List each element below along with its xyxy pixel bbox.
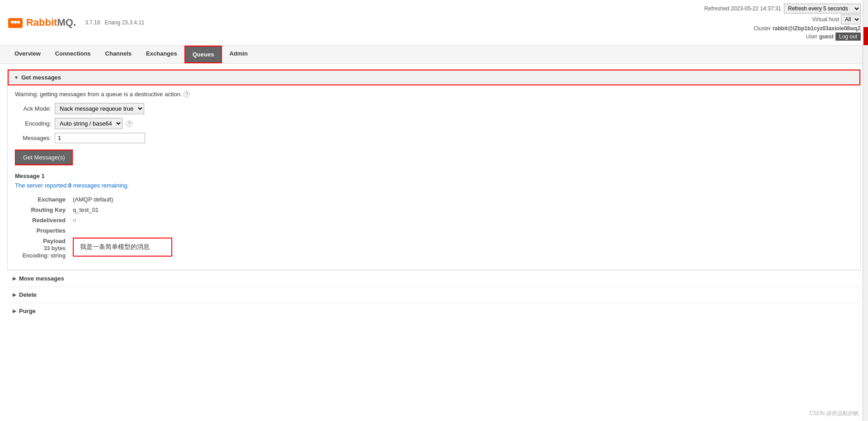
cluster-line: Cluster rabbit@iZbp1b1cyz03axioie08wqZ xyxy=(704,25,861,32)
nav-item-admin[interactable]: Admin xyxy=(222,46,255,63)
refresh-line: Refreshed 2023-05-22 14:37:31 Refresh ev… xyxy=(704,4,861,14)
exchange-row: Exchange (AMQP default) xyxy=(15,194,853,205)
logo: RabbitMQ. xyxy=(7,14,76,31)
get-messages-header[interactable]: ▼ Get messages xyxy=(8,70,860,85)
get-messages-panel: ▼ Get messages Warning: getting messages… xyxy=(7,69,861,270)
logout-button[interactable]: Log out xyxy=(835,33,861,41)
cluster-label: Cluster xyxy=(754,25,771,32)
get-messages-body: Warning: getting messages from a queue i… xyxy=(8,85,860,270)
get-messages-button[interactable]: Get Message(s) xyxy=(15,150,73,165)
purge-section[interactable]: ▶ Purge xyxy=(7,303,861,319)
vhost-line: Virtual host All xyxy=(704,14,861,24)
properties-row: Properties xyxy=(15,225,853,236)
payload-encoding: Encoding: string xyxy=(19,253,66,259)
cluster-value: rabbit@iZbp1b1cyz03axioie08wqZ xyxy=(773,25,861,32)
redelivered-row: Redelivered ○ xyxy=(15,215,853,225)
scrollbar-thumb[interactable] xyxy=(863,27,868,45)
exchange-value: (AMQP default) xyxy=(69,194,853,205)
svg-rect-1 xyxy=(11,21,14,23)
delete-title: Delete xyxy=(19,291,37,298)
properties-value xyxy=(69,225,853,236)
delete-section[interactable]: ▶ Delete xyxy=(7,286,861,303)
messages-label: Messages: xyxy=(15,135,51,141)
payload-value-cell: 我是一条简单模型的消息 xyxy=(69,236,853,261)
vhost-select[interactable]: All xyxy=(841,14,861,24)
redelivered-label: Redelivered xyxy=(15,215,69,225)
delete-arrow: ▶ xyxy=(13,292,16,297)
rabbitmq-logo-icon xyxy=(7,14,24,31)
header-right: Refreshed 2023-05-22 14:37:31 Refresh ev… xyxy=(704,4,861,42)
ack-mode-label: Ack Mode: xyxy=(15,105,51,112)
message-result: Message 1 The server reported 0 messages… xyxy=(15,173,853,261)
main-content: ▼ Get messages Warning: getting messages… xyxy=(0,69,868,326)
nav-item-exchanges[interactable]: Exchanges xyxy=(139,46,184,63)
scrollbar[interactable] xyxy=(863,0,868,326)
payload-row: Payload 33 bytes Encoding: string 我是一条简单… xyxy=(15,236,853,261)
get-messages-title: Get messages xyxy=(21,74,61,81)
message-details-table: Exchange (AMQP default) Routing Key q_te… xyxy=(15,194,853,261)
payload-bytes: 33 bytes xyxy=(19,245,66,252)
encoding-help-icon[interactable]: ? xyxy=(126,121,132,127)
user-value: guest xyxy=(819,33,834,40)
messages-row: Messages: xyxy=(15,133,853,143)
warning-text: Warning: getting messages from a queue i… xyxy=(15,91,853,98)
svg-rect-2 xyxy=(17,21,20,23)
get-messages-arrow: ▼ xyxy=(14,75,19,80)
logo-text: RabbitMQ. xyxy=(26,17,76,28)
nav: Overview Connections Channels Exchanges … xyxy=(0,46,868,64)
server-report: The server reported 0 messages remaining… xyxy=(15,182,853,189)
vhost-label: Virtual host xyxy=(812,16,839,23)
encoding-select[interactable]: Auto string / base64 base64 xyxy=(55,118,123,129)
nav-item-connections[interactable]: Connections xyxy=(48,46,98,63)
ack-mode-select[interactable]: Nack message requeue true Ack message re… xyxy=(55,103,144,114)
warning-help-icon[interactable]: ? xyxy=(184,91,190,98)
encoding-row: Encoding: Auto string / base64 base64 ? xyxy=(15,118,853,129)
refreshed-text: Refreshed 2023-05-22 14:37:31 xyxy=(704,5,781,12)
logo-area: RabbitMQ. 3.7.18 Erlang 23.3.4.11 xyxy=(7,14,145,31)
payload-content: 我是一条简单模型的消息 xyxy=(73,238,172,257)
routing-key-row: Routing Key q_test_01 xyxy=(15,205,853,215)
routing-key-value: q_test_01 xyxy=(69,205,853,215)
version-info: 3.7.18 Erlang 23.3.4.11 xyxy=(85,19,144,26)
encoding-label: Encoding: xyxy=(15,120,51,127)
svg-rect-3 xyxy=(14,21,17,23)
ack-mode-row: Ack Mode: Nack message requeue true Ack … xyxy=(15,103,853,114)
payload-label: Payload 33 bytes Encoding: string xyxy=(15,236,69,261)
refresh-select[interactable]: Refresh every 5 seconds Refresh every 10… xyxy=(784,4,861,14)
move-messages-section[interactable]: ▶ Move messages xyxy=(7,270,861,286)
nav-item-queues[interactable]: Queues xyxy=(184,46,222,63)
message-number: Message 1 xyxy=(15,173,853,179)
routing-key-label: Routing Key xyxy=(15,205,69,215)
exchange-label: Exchange xyxy=(15,194,69,205)
purge-title: Purge xyxy=(19,308,36,314)
user-label: User xyxy=(806,33,817,40)
move-messages-title: Move messages xyxy=(19,275,64,282)
header: RabbitMQ. 3.7.18 Erlang 23.3.4.11 Refres… xyxy=(0,0,868,46)
purge-arrow: ▶ xyxy=(13,309,16,313)
nav-item-channels[interactable]: Channels xyxy=(98,46,139,63)
user-line: User guest Log out xyxy=(704,33,861,41)
messages-input[interactable] xyxy=(55,133,145,143)
remaining-count: 0 xyxy=(68,182,71,189)
properties-label: Properties xyxy=(15,225,69,236)
move-messages-arrow: ▶ xyxy=(13,276,16,281)
redelivered-value: ○ xyxy=(69,215,853,225)
nav-item-overview[interactable]: Overview xyxy=(7,46,48,63)
